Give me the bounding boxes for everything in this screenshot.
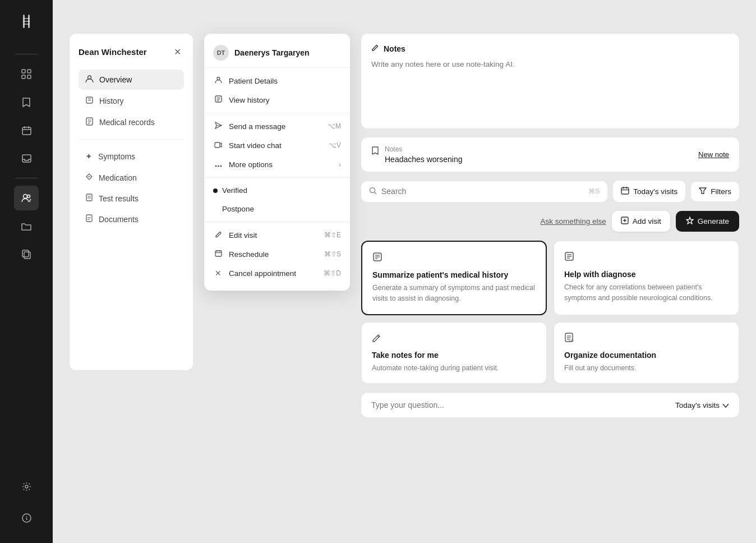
svg-rect-34 — [86, 215, 92, 222]
svg-rect-44 — [215, 142, 220, 148]
cancel-appointment-item[interactable]: ✕ Cancel appointment ⌘⇧D — [204, 264, 350, 283]
cancel-appointment-label: Cancel appointment — [229, 269, 296, 278]
app-logo — [16, 11, 36, 31]
organize-card-desc: Fill out any documents. — [564, 363, 729, 374]
svg-rect-7 — [22, 75, 25, 79]
svg-point-52 — [370, 187, 375, 192]
svg-rect-13 — [22, 155, 31, 162]
svg-point-37 — [217, 77, 220, 80]
sidebar-item-folder[interactable] — [14, 214, 39, 238]
notes-saved-card: Notes Headaches worsening New note — [361, 137, 739, 172]
edit-visit-item[interactable]: Edit visit ⌘⇧E — [204, 226, 350, 245]
cancel-appointment-shortcut: ⌘⇧D — [324, 269, 341, 277]
nav-test-results[interactable]: Test results — [79, 188, 184, 208]
sidebar-item-copy[interactable] — [14, 242, 39, 266]
add-visit-label: Add visit — [633, 217, 661, 226]
today-visits-button[interactable]: Today's visits — [613, 181, 685, 202]
svg-rect-54 — [621, 188, 629, 195]
notes-saved-content: Notes Headaches worsening — [385, 145, 463, 164]
start-video-chat-item[interactable]: Start video chat ⌥V — [204, 136, 350, 155]
filters-icon — [699, 187, 707, 196]
chevron-down-icon — [722, 401, 729, 409]
reschedule-label: Reschedule — [229, 250, 269, 259]
sidebar-divider-top — [15, 54, 38, 54]
ask-something-button[interactable]: Ask something else — [541, 217, 606, 226]
close-panel-button[interactable]: ✕ — [170, 45, 184, 58]
sidebar-item-inbox[interactable] — [14, 146, 39, 171]
ai-card-notes[interactable]: Take notes for me Automate note-taking d… — [361, 322, 547, 384]
ai-card-diagnose[interactable]: Help with diagnose Check for any correla… — [554, 241, 739, 315]
svg-rect-48 — [215, 251, 222, 256]
add-visit-button[interactable]: Add visit — [612, 211, 670, 232]
documents-icon — [85, 214, 93, 224]
filters-button[interactable]: Filters — [691, 182, 739, 201]
svg-point-14 — [24, 195, 27, 199]
svg-rect-9 — [22, 127, 31, 135]
start-video-chat-label: Start video chat — [229, 141, 282, 150]
symptoms-icon: ✦ — [85, 151, 93, 162]
edit-visit-icon — [213, 231, 223, 240]
info-icon[interactable] — [14, 505, 39, 530]
svg-rect-17 — [22, 250, 29, 257]
verified-item[interactable]: Verified — [204, 181, 350, 200]
nav-documents-label: Documents — [99, 215, 139, 224]
reschedule-icon — [213, 250, 223, 259]
svg-point-21 — [26, 516, 27, 517]
generate-ai-icon — [686, 217, 694, 226]
visits-dropdown[interactable]: Today's visits — [675, 401, 729, 409]
diagnose-card-title: Help with diagnose — [564, 270, 729, 279]
nav-history[interactable]: History — [79, 91, 184, 111]
notes-saved-label: Notes — [385, 145, 463, 153]
svg-line-53 — [375, 192, 377, 194]
sidebar-item-users[interactable] — [14, 186, 39, 210]
nav-symptoms[interactable]: ✦ Symptoms — [79, 146, 184, 167]
notes-bookmark-icon — [371, 146, 379, 157]
svg-point-46 — [218, 165, 219, 167]
sidebar-item-bookmark[interactable] — [14, 90, 39, 114]
send-message-item[interactable]: Send a message ⌥M — [204, 117, 350, 136]
medical-records-icon — [85, 117, 94, 127]
nav-documents[interactable]: Documents — [79, 209, 184, 229]
generate-button[interactable]: Generate — [676, 211, 739, 232]
search-shortcut: ⌘S — [588, 187, 600, 195]
dropdown-section-top: Patient Details View history — [204, 68, 350, 113]
more-options-icon — [213, 160, 223, 169]
more-options-item[interactable]: More options › — [204, 155, 350, 174]
search-icon — [369, 187, 377, 196]
postpone-item[interactable]: Postpone — [204, 200, 350, 218]
generate-label: Generate — [698, 217, 729, 226]
patient-header: Dean Winchester ✕ — [79, 45, 184, 58]
settings-icon[interactable] — [14, 474, 39, 499]
nav-overview[interactable]: Overview — [79, 70, 184, 90]
search-input[interactable] — [381, 187, 584, 196]
ai-card-organize[interactable]: DOC Organize documentation Fill out any … — [554, 322, 739, 384]
organize-card-title: Organize documentation — [564, 351, 729, 360]
overview-icon — [85, 75, 94, 85]
nav-history-label: History — [99, 96, 124, 105]
filters-label: Filters — [711, 187, 731, 196]
patient-details-item[interactable]: Patient Details — [204, 71, 350, 90]
view-history-icon — [213, 95, 223, 104]
reschedule-item[interactable]: Reschedule ⌘⇧S — [204, 245, 350, 264]
action-row: Ask something else Add visit Generate — [361, 211, 739, 232]
patient-details-icon — [213, 76, 223, 85]
svg-rect-31 — [86, 194, 92, 201]
history-icon — [85, 96, 94, 106]
nav-test-results-label: Test results — [99, 194, 139, 203]
nav-medical-records[interactable]: Medical records — [79, 112, 184, 132]
sidebar-item-calendar[interactable] — [14, 118, 39, 142]
more-options-label: More options — [229, 160, 273, 169]
nav-medication[interactable]: Medication — [79, 168, 184, 187]
take-notes-card-title: Take notes for me — [372, 351, 536, 360]
notes-textarea[interactable] — [371, 60, 729, 116]
today-visits-calendar-icon — [621, 186, 629, 196]
ai-card-summarize[interactable]: Summarize patient's medical history Gene… — [361, 241, 547, 315]
svg-point-47 — [220, 165, 222, 167]
sidebar-item-grid[interactable] — [14, 62, 39, 86]
summarize-icon — [372, 252, 536, 265]
view-history-item[interactable]: View history — [204, 90, 350, 109]
reschedule-shortcut: ⌘⇧S — [324, 250, 341, 258]
question-input[interactable] — [371, 401, 675, 409]
svg-rect-8 — [27, 75, 31, 79]
new-note-button[interactable]: New note — [698, 150, 729, 159]
